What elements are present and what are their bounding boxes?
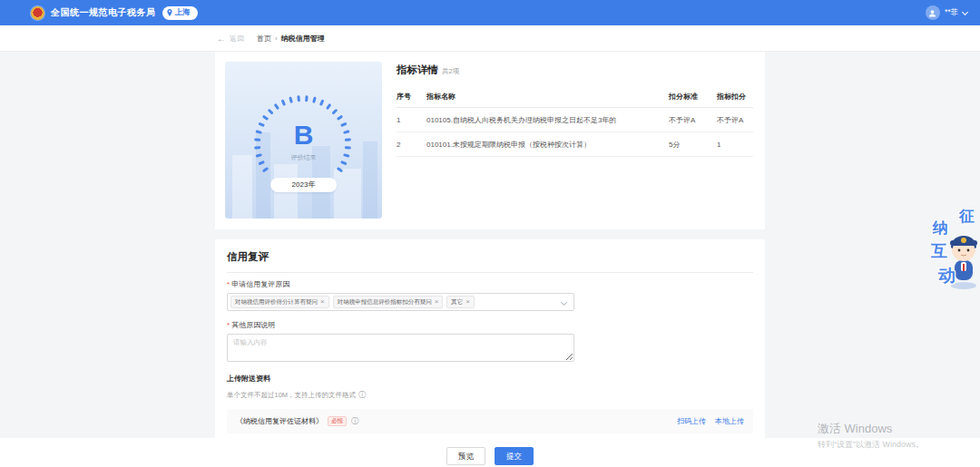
breadcrumb-current: 纳税信用管理 — [281, 34, 325, 44]
required-badge: 必报 — [328, 416, 347, 426]
tag-close-icon[interactable]: × — [466, 298, 470, 306]
app-header: 全国统一规范电子税务局 上海 **菲 — [0, 0, 980, 25]
app-title: 全国统一规范电子税务局 — [51, 6, 156, 19]
local-upload-link[interactable]: 本地上传 — [715, 416, 744, 426]
credit-review-title: 信用复评 — [227, 250, 753, 273]
chevron-down-icon — [962, 8, 968, 15]
footer-action-bar: 预览 提交 — [0, 438, 980, 467]
col-header-name: 指标名称 — [426, 85, 669, 108]
attachment-row: 《纳税信用复评佐证材料》 必报 ⓘ 扫码上传 本地上传 — [227, 409, 753, 433]
user-icon — [928, 9, 936, 17]
col-header-deduction: 指标扣分 — [717, 85, 753, 108]
national-emblem-logo — [31, 6, 44, 20]
mascot-char: 征 — [959, 206, 975, 227]
reason-tag-label: 其它 — [451, 298, 463, 306]
reason-tag: 对纳税信用评价得分计算有疑问 × — [230, 296, 329, 308]
indicator-table-count: 共2项 — [442, 67, 459, 75]
reason-tag: 对纳税申报信息评价指标扣分有疑问 × — [333, 296, 444, 308]
cell-standard: 不予评A — [669, 108, 717, 132]
upload-section-title: 上传附送资料 — [227, 374, 753, 384]
required-mark: * — [227, 321, 230, 329]
required-mark: * — [227, 280, 230, 288]
cell-name: 010101.未按规定期限纳税申报（按税种按次计算） — [426, 132, 669, 157]
rating-year-pill[interactable]: 2023年 — [270, 178, 338, 192]
credit-review-card: 信用复评 *申请信用复评原因 对纳税信用评价得分计算有疑问 × 对纳税申报信息评… — [215, 239, 765, 438]
table-header-row: 序号 指标名称 扣分标准 指标扣分 — [397, 85, 753, 108]
indicator-detail-card: B 评价结果 2023年 指标详情共2项 序号 指标名称 扣分标准 指标扣分 1… — [215, 52, 765, 229]
upload-hint: 单个文件不超过10M，支持上传的文件格式 ⓘ — [227, 390, 753, 400]
breadcrumb-home[interactable]: 首页 — [257, 34, 271, 44]
col-header-standard: 扣分标准 — [669, 85, 717, 108]
rating-grade: B — [225, 122, 382, 149]
cell-deduction: 1 — [717, 132, 753, 157]
reason-tag-label: 对纳税申报信息评价指标扣分有疑问 — [338, 298, 432, 306]
reason-tag: 其它 × — [446, 296, 475, 308]
mascot-char: 互 — [931, 240, 947, 262]
rating-card: B 评价结果 2023年 — [225, 62, 382, 219]
scan-upload-link[interactable]: 扫码上传 — [677, 416, 706, 426]
breadcrumb: ← 返回 首页 › 纳税信用管理 — [0, 25, 980, 52]
back-arrow-icon[interactable]: ← — [217, 34, 226, 44]
submit-button[interactable]: 提交 — [495, 447, 534, 465]
location-label: 上海 — [175, 7, 191, 18]
preview-button[interactable]: 预览 — [446, 447, 485, 465]
info-icon[interactable]: ⓘ — [358, 390, 366, 400]
tag-close-icon[interactable]: × — [435, 298, 439, 306]
cell-no: 1 — [397, 108, 426, 132]
location-badge[interactable]: 上海 — [162, 6, 198, 20]
interaction-mascot[interactable]: 征 纳 互 动 — [929, 206, 980, 300]
reason-multiselect[interactable]: 对纳税信用评价得分计算有疑问 × 对纳税申报信息评价指标扣分有疑问 × 其它 × — [227, 293, 574, 311]
cell-name: 010105.自纳税人向税务机关办理纳税申报之日起不足3年的 — [426, 108, 669, 132]
avatar — [926, 5, 940, 20]
reason-field-label: *申请信用复评原因 — [227, 279, 753, 289]
cell-deduction: 不予评A — [717, 108, 753, 132]
mascot-char: 动 — [938, 264, 956, 287]
location-pin-icon — [167, 9, 172, 16]
table-row: 1 010105.自纳税人向税务机关办理纳税申报之日起不足3年的 不予评A 不予… — [397, 108, 753, 132]
back-link[interactable]: 返回 — [230, 34, 244, 44]
breadcrumb-separator: › — [275, 34, 278, 43]
cell-no: 2 — [397, 132, 426, 157]
reason-tag-label: 对纳税信用评价得分计算有疑问 — [235, 298, 318, 306]
indicator-table: 序号 指标名称 扣分标准 指标扣分 1 010105.自纳税人向税务机关办理纳税… — [397, 85, 753, 157]
tag-close-icon[interactable]: × — [320, 298, 325, 306]
mascot-char: 纳 — [933, 218, 948, 238]
indicator-table-section: 指标详情共2项 序号 指标名称 扣分标准 指标扣分 1 010105.自纳税人向… — [397, 61, 753, 157]
rating-grade-label: 评价结果 — [225, 153, 382, 162]
table-row: 2 010101.未按规定期限纳税申报（按税种按次计算） 5分 1 — [397, 132, 753, 157]
attachment-name: 《纳税信用复评佐证材料》 — [236, 416, 323, 426]
user-menu[interactable]: **菲 — [926, 5, 967, 20]
chevron-down-icon — [561, 299, 567, 306]
other-reason-textarea[interactable] — [227, 334, 574, 362]
other-reason-label: *其他原因说明 — [227, 320, 753, 330]
user-name: **菲 — [945, 7, 958, 18]
indicator-table-title: 指标详情 — [397, 64, 438, 75]
cell-standard: 5分 — [669, 132, 717, 157]
info-icon[interactable]: ⓘ — [351, 416, 358, 426]
col-header-no: 序号 — [397, 85, 426, 108]
